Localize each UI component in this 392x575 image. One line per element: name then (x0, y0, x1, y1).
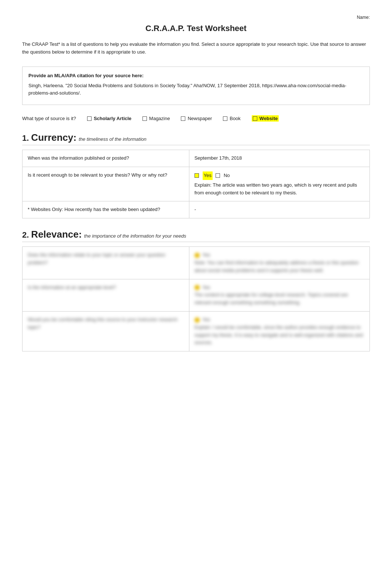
section-1-title: Currency: (31, 132, 76, 143)
question-relevance-2: Is the information at an appropriate lev… (23, 279, 189, 311)
answer-relevance-2: Yes The content is appropriate for colle… (189, 279, 369, 311)
section-2: 2. Relevance: the importance of the info… (22, 229, 370, 351)
scholarly-checkbox[interactable] (87, 116, 92, 121)
section-1-subtitle: the timeliness of the information (79, 136, 147, 142)
name-line: Name: (22, 15, 370, 20)
section-2-title: Relevance: (31, 229, 82, 240)
source-option-book[interactable]: Book (223, 116, 241, 121)
answer-recent: Yes No Explain: The article was written … (189, 167, 369, 201)
question-website-updated: * Websites Only: How recently has the we… (23, 201, 189, 218)
source-type-question: What type of source is it? (22, 116, 76, 121)
no-label: No (224, 172, 230, 180)
citation-label: Provide an MLA/APA citation for your sou… (28, 73, 364, 78)
table-row: Does the information relate to your topi… (23, 247, 370, 279)
source-option-website[interactable]: Website (252, 115, 279, 122)
answer-relevance-1: Yes Note: You can find information to ad… (189, 247, 369, 279)
scholarly-label: Scholarly Article (94, 116, 131, 121)
section-1-table: When was the information published or po… (22, 150, 370, 218)
section-1-header: 1. Currency: the timeliness of the infor… (22, 132, 370, 145)
website-label: Website (259, 116, 278, 121)
table-row: When was the information published or po… (23, 150, 370, 167)
section-2-table: Does the information relate to your topi… (22, 246, 370, 351)
section-2-number: 2. (22, 230, 29, 240)
table-row: * Websites Only: How recently has the we… (23, 201, 370, 218)
section-1: 1. Currency: the timeliness of the infor… (22, 132, 370, 218)
section-2-subtitle: the importance of the information for yo… (84, 233, 186, 239)
magazine-checkbox[interactable] (142, 116, 147, 121)
citation-text: Singh, Harleena. "20 Social Media Proble… (28, 82, 364, 98)
source-option-magazine[interactable]: Magazine (142, 116, 170, 121)
newspaper-label: Newspaper (188, 116, 212, 121)
yes-label: Yes (203, 171, 213, 180)
section-2-header: 2. Relevance: the importance of the info… (22, 229, 370, 242)
question-recent: Is it recent enough to be relevant to yo… (23, 167, 189, 201)
source-type-row: What type of source is it? Scholarly Art… (22, 115, 370, 122)
answer-website-updated: - (189, 201, 369, 218)
website-checkbox[interactable] (253, 116, 257, 121)
page-title: C.R.A.A.P. Test Worksheet (22, 24, 370, 33)
book-checkbox[interactable] (223, 116, 227, 121)
answer-published: September 17th, 2018 (189, 150, 369, 167)
citation-section: Provide an MLA/APA citation for your sou… (22, 67, 370, 105)
name-label: Name: (357, 15, 370, 20)
question-relevance-1: Does the information relate to your topi… (23, 247, 189, 279)
book-label: Book (230, 116, 241, 121)
question-relevance-3: Would you be comfortable citing this sou… (23, 311, 189, 351)
section-1-number: 1. (22, 133, 29, 143)
newspaper-checkbox[interactable] (181, 116, 185, 121)
intro-text: The CRAAP Test* is a list of questions t… (22, 41, 370, 56)
no-checkbox[interactable] (216, 173, 220, 178)
recent-explain: Explain: The article was written two yea… (195, 181, 364, 197)
table-row: Is the information at an appropriate lev… (23, 279, 370, 311)
source-option-scholarly[interactable]: Scholarly Article (87, 116, 131, 121)
yes-checkbox[interactable] (195, 173, 199, 178)
magazine-label: Magazine (149, 116, 170, 121)
table-row: Is it recent enough to be relevant to yo… (23, 167, 370, 201)
table-row: Would you be comfortable citing this sou… (23, 311, 370, 351)
answer-relevance-3: Yes Explain: I would be comfortable, sin… (189, 311, 369, 351)
question-published: When was the information published or po… (23, 150, 189, 167)
source-option-newspaper[interactable]: Newspaper (181, 116, 212, 121)
